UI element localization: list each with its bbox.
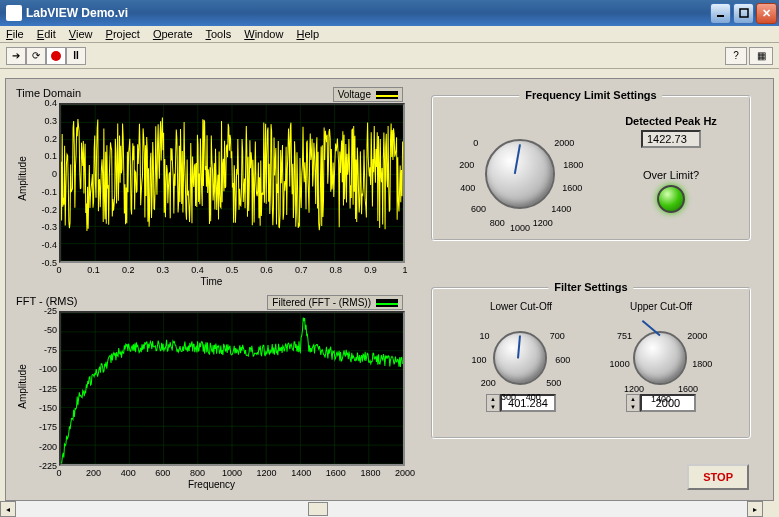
upper-cutoff-spinner[interactable]: ▲▼ bbox=[626, 394, 640, 412]
front-panel: Time Domain Voltage Amplitude 0.40.30.20… bbox=[5, 78, 774, 501]
over-limit-led bbox=[657, 185, 685, 213]
svg-rect-1 bbox=[740, 9, 748, 17]
window-title: LabVIEW Demo.vi bbox=[26, 6, 710, 20]
panel-title: Frequency Limit Settings bbox=[519, 89, 662, 101]
upper-cutoff-dial[interactable] bbox=[633, 331, 687, 385]
y-axis-label: Amplitude bbox=[17, 364, 28, 408]
frequency-limit-panel: Frequency Limit Settings 020040060080010… bbox=[431, 95, 751, 241]
menu-bar: File Edit View Project Operate Tools Win… bbox=[0, 26, 779, 43]
menu-file[interactable]: File bbox=[6, 28, 24, 40]
help-button[interactable]: ? bbox=[725, 47, 747, 65]
close-button[interactable]: ✕ bbox=[756, 3, 777, 24]
pause-button[interactable]: II bbox=[66, 47, 86, 65]
menu-tools[interactable]: Tools bbox=[206, 28, 232, 40]
horizontal-scrollbar[interactable]: ◂ ▸ bbox=[0, 501, 763, 517]
plot-area[interactable] bbox=[59, 311, 405, 466]
legend-swatch bbox=[376, 299, 398, 307]
detected-peak-display: 1422.73 bbox=[641, 130, 701, 148]
lower-cutoff-label: Lower Cut-Off bbox=[451, 301, 591, 312]
abort-button[interactable] bbox=[46, 47, 66, 65]
block-diagram-button[interactable]: ▦ bbox=[749, 47, 773, 65]
x-axis-label: Frequency bbox=[188, 479, 235, 490]
frequency-limit-dial[interactable] bbox=[485, 139, 555, 209]
minimize-button[interactable] bbox=[710, 3, 731, 24]
panel-title: Filter Settings bbox=[548, 281, 633, 293]
menu-edit[interactable]: Edit bbox=[37, 28, 56, 40]
over-limit-label: Over Limit? bbox=[611, 169, 731, 181]
menu-operate[interactable]: Operate bbox=[153, 28, 193, 40]
limit-dial-group: 0200400600800100012001400160018002000 bbox=[455, 117, 585, 227]
upper-cutoff-label: Upper Cut-Off bbox=[591, 301, 731, 312]
menu-window[interactable]: Window bbox=[244, 28, 283, 40]
time-domain-chart: Time Domain Voltage Amplitude 0.40.30.20… bbox=[14, 87, 409, 287]
maximize-button[interactable] bbox=[733, 3, 754, 24]
legend-label: Voltage bbox=[338, 89, 371, 100]
x-axis-label: Time bbox=[201, 276, 223, 287]
chart-legend[interactable]: Voltage bbox=[333, 87, 403, 102]
menu-project[interactable]: Project bbox=[106, 28, 140, 40]
dial-needle bbox=[517, 335, 521, 358]
stop-button[interactable]: STOP bbox=[687, 464, 749, 490]
scrollbar-corner bbox=[763, 501, 779, 517]
run-button[interactable]: ➔ bbox=[6, 47, 26, 65]
fft-chart: FFT - (RMS) Filtered (FFT - (RMS)) Ampli… bbox=[14, 295, 409, 490]
menu-view[interactable]: View bbox=[69, 28, 93, 40]
lower-cutoff-spinner[interactable]: ▲▼ bbox=[486, 394, 500, 412]
run-continuous-button[interactable]: ⟳ bbox=[26, 47, 46, 65]
filter-settings-panel: Filter Settings Lower Cut-Off 1010020030… bbox=[431, 287, 751, 439]
window-titlebar: LabVIEW Demo.vi ✕ bbox=[0, 0, 779, 26]
lower-cutoff-dial[interactable] bbox=[493, 331, 547, 385]
toolbar: ➔ ⟳ II ? ▦ bbox=[0, 43, 779, 69]
chart-legend[interactable]: Filtered (FFT - (RMS)) bbox=[267, 295, 403, 310]
menu-help[interactable]: Help bbox=[296, 28, 319, 40]
app-icon bbox=[6, 5, 22, 21]
y-axis-label: Amplitude bbox=[17, 156, 28, 200]
legend-swatch bbox=[376, 91, 398, 99]
dial-needle bbox=[514, 144, 521, 174]
plot-area[interactable] bbox=[59, 103, 405, 263]
detected-peak-label: Detected Peak Hz bbox=[611, 115, 731, 127]
legend-label: Filtered (FFT - (RMS)) bbox=[272, 297, 371, 308]
